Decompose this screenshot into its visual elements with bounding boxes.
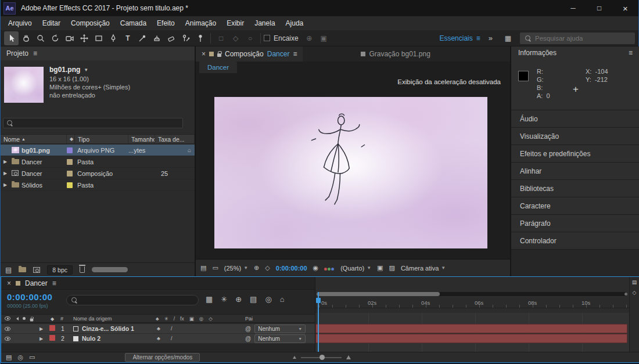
twirl-icon[interactable]: ▶	[36, 336, 46, 341]
layer-label-color[interactable]	[49, 325, 55, 331]
panel-visualizacao[interactable]: Visualização	[511, 128, 639, 145]
axis-world-icon[interactable]: ◇	[228, 31, 243, 45]
layer-row-1[interactable]: ▶ 1 Cinza-e... Sólido 1 ♣ / @ Nenhum ▼	[1, 324, 315, 334]
playhead-handle[interactable]	[316, 298, 321, 303]
mask-visibility-icon[interactable]: ◇	[265, 264, 270, 272]
panel-scroll-icon[interactable]: ▤	[632, 279, 637, 285]
layer-visibility-icon[interactable]	[5, 337, 10, 341]
unified-camera-tool[interactable]	[62, 31, 77, 45]
project-search[interactable]	[3, 118, 183, 128]
rotation-tool[interactable]	[48, 31, 62, 45]
quality-toggle[interactable]: ♣	[157, 326, 160, 331]
frame-blend-toggle[interactable]: /	[171, 326, 173, 331]
label-color-swatch[interactable]	[67, 147, 73, 153]
project-search-input[interactable]	[17, 119, 168, 128]
maximize-button[interactable]: □	[586, 0, 612, 16]
selection-tool[interactable]	[4, 31, 19, 45]
snap-toggle[interactable]: Encaixe	[264, 34, 299, 42]
panel-caractere[interactable]: Caractere	[511, 197, 639, 215]
panel-controlador[interactable]: Controlador	[511, 232, 639, 250]
help-search-input[interactable]	[535, 35, 625, 42]
menu-efeito[interactable]: Efeito	[152, 16, 180, 30]
twirl-icon[interactable]: ▶	[36, 326, 46, 331]
layer-name[interactable]: Cinza-e... Sólido 1	[82, 325, 134, 332]
menu-editar[interactable]: Editar	[37, 16, 66, 30]
resolution-dropdown[interactable]: (Quarto)▼	[340, 265, 371, 272]
twirl-icon[interactable]: ▶	[1, 171, 10, 176]
roto-brush-tool[interactable]	[178, 31, 193, 45]
rectangle-tool[interactable]	[91, 31, 106, 45]
zoom-dropdown[interactable]: (25%)▼	[224, 265, 248, 272]
label-color-swatch[interactable]	[67, 159, 73, 165]
layer-name[interactable]: Nulo 2	[82, 335, 100, 342]
twirl-icon[interactable]: ▶	[1, 182, 10, 188]
shy-layers-icon[interactable]: ⊕	[235, 295, 242, 304]
composition-canvas[interactable]	[214, 97, 487, 248]
label-color-swatch[interactable]	[67, 171, 73, 176]
frame-blending-icon[interactable]: ▤	[250, 295, 257, 304]
transfer-controls-icon[interactable]: ◎	[17, 354, 23, 361]
parent-column[interactable]: Pai	[245, 316, 253, 322]
timeline-search-input[interactable]	[81, 296, 186, 305]
monitor-icon[interactable]: ▭	[212, 264, 218, 272]
eraser-tool[interactable]	[164, 31, 178, 45]
grid-guides-icon[interactable]: ⊕	[254, 264, 259, 272]
current-timecode[interactable]: 0:00:00:00	[7, 292, 52, 302]
pickwhip-icon[interactable]: @	[245, 336, 251, 342]
label-color-swatch[interactable]	[67, 182, 73, 188]
source-name-column[interactable]: Nome da origem	[73, 316, 112, 322]
tab-composicao-dancer[interactable]: × Composição Dancer ≡	[196, 46, 303, 62]
panel-bibliotecas[interactable]: Bibliotecas	[511, 180, 639, 197]
menu-camada[interactable]: Camada	[115, 16, 152, 30]
expand-layers-icon[interactable]: ▤	[6, 354, 12, 361]
workspace-overflow[interactable]: »	[489, 34, 493, 42]
lock-icon[interactable]	[217, 53, 221, 57]
in-out-columns-icon[interactable]: ▭	[29, 354, 35, 361]
comp-marker-icon[interactable]: ◇	[633, 290, 637, 295]
column-nome[interactable]: Nome ▲	[1, 135, 67, 143]
panel-menu-icon[interactable]: ≡	[52, 279, 56, 287]
panel-paragrafo[interactable]: Parágrafo	[511, 215, 639, 232]
layer-row-2[interactable]: ▶ 2 Nulo 2 ♣ / @ Nenhum ▼	[1, 334, 315, 344]
help-search[interactable]	[520, 33, 635, 44]
zoom-out-mountain-icon[interactable]	[293, 356, 296, 359]
view-layout-dropdown[interactable]: Câmera ativa▼	[401, 265, 446, 272]
graph-editor-icon[interactable]: ⌂	[280, 295, 285, 304]
pan-behind-tool[interactable]	[77, 31, 91, 45]
interpret-footage-icon[interactable]: ▤	[5, 266, 12, 274]
project-row-dancer-comp[interactable]: ▶ Dancer Composição 25	[1, 168, 195, 179]
clone-stamp-tool[interactable]	[149, 31, 164, 45]
twirl-icon[interactable]: ▶	[1, 159, 10, 164]
quality-toggle[interactable]: ♣	[157, 336, 160, 341]
layer-label-color[interactable]	[49, 335, 55, 341]
panel-efeitos[interactable]: Efeitos e predefinições	[511, 145, 639, 163]
pen-tool[interactable]	[106, 31, 120, 45]
zoom-in-mountain-icon[interactable]	[346, 355, 351, 359]
bpc-setting[interactable]: 8 bpc	[47, 265, 73, 275]
close-button[interactable]: ×	[612, 0, 638, 16]
panel-alinhar[interactable]: Alinhar	[511, 163, 639, 180]
preview-timecode[interactable]: 0:00:00:00	[276, 265, 307, 272]
parent-dropdown[interactable]: Nenhum ▼	[254, 334, 306, 343]
new-composition-icon[interactable]	[33, 267, 40, 273]
snap-checkbox[interactable]	[264, 35, 270, 41]
menu-exibir[interactable]: Exibir	[221, 16, 249, 30]
tab-gravacao-bg01[interactable]: Gravação bg01.png	[355, 46, 436, 62]
time-ruler[interactable]: 0s 02s 04s 06s 08s 10s	[315, 298, 629, 308]
text-tool[interactable]: T	[120, 31, 135, 45]
viewer-subtab-dancer[interactable]: Dancer	[199, 62, 237, 73]
parent-dropdown[interactable]: Nenhum ▼	[254, 325, 306, 333]
new-folder-icon[interactable]	[19, 267, 26, 272]
project-tab[interactable]: Projeto ≡	[1, 46, 195, 60]
panel-menu-icon[interactable]: ≡	[293, 50, 297, 58]
footage-name-dropdown-icon[interactable]: ▼	[84, 67, 88, 73]
frame-blend-toggle[interactable]: /	[171, 336, 173, 341]
axis-view-icon[interactable]: ○	[243, 31, 257, 45]
brush-tool[interactable]	[135, 31, 149, 45]
project-row-dancer-folder[interactable]: ▶ Dancer Pasta	[1, 156, 195, 168]
column-tamanho[interactable]: Tamanho	[128, 135, 155, 143]
transparency-grid-icon[interactable]: ▨	[389, 264, 395, 272]
axis-local-icon[interactable]: □	[214, 31, 228, 45]
column-label[interactable]: ◆	[67, 135, 75, 143]
column-tipo[interactable]: Tipo	[75, 135, 128, 143]
